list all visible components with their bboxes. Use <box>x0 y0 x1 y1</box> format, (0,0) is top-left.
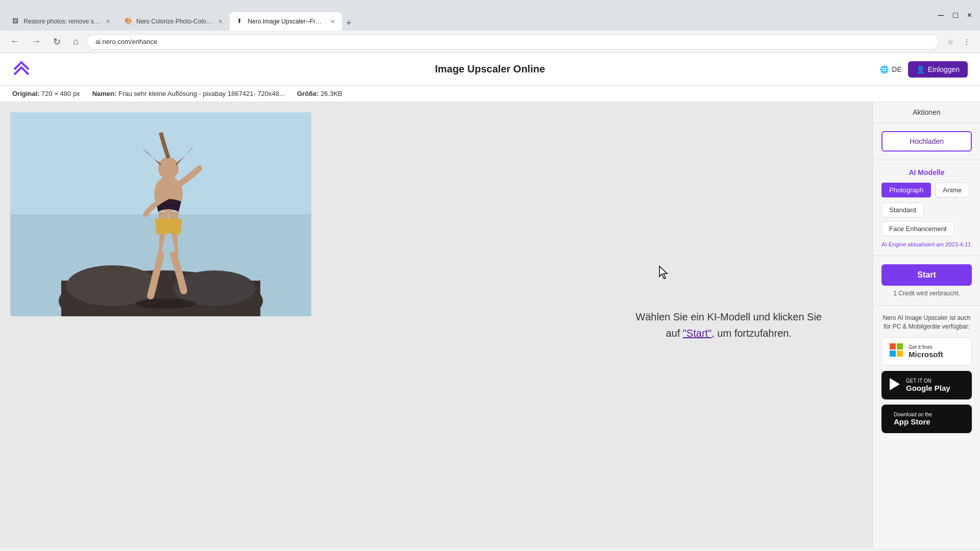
tab-1-close[interactable]: × <box>106 17 110 26</box>
login-label: Einloggen <box>928 65 960 73</box>
tab-3-favicon: ⬆ <box>237 17 243 26</box>
svg-rect-12 <box>897 350 903 357</box>
size-label: Größe: <box>297 90 319 97</box>
main-layout: Wählen Sie ein KI-Modell und klicken Sie… <box>0 102 980 548</box>
tab-1-favicon: 🖼 <box>12 17 19 26</box>
tab-3[interactable]: ⬆ Nero Image Upscaler--Free Pho... × <box>230 12 342 31</box>
person-icon: 👤 <box>916 65 925 73</box>
upload-button[interactable]: Hochladen <box>881 131 972 152</box>
google-play-inner: GET IT ON Google Play <box>881 373 972 397</box>
svg-rect-10 <box>897 343 903 349</box>
size-value: 26.3KB <box>321 90 342 97</box>
model-buttons-row2: Standard Face Enhancement <box>881 203 972 236</box>
microsoft-store-badge[interactable]: Get it from Microsoft <box>881 337 972 366</box>
tab-3-close[interactable]: × <box>331 17 335 26</box>
logo <box>12 60 31 79</box>
sidebar-header: Aktionen <box>873 102 980 123</box>
app-store-get-text: Download on the <box>894 412 932 417</box>
tab-2-label: Nero Colorize Photo-Colorize Yo... <box>136 18 212 25</box>
app-store-text-block: Download on the App Store <box>894 412 932 426</box>
globe-icon: 🌐 <box>880 65 889 73</box>
svg-point-7 <box>158 157 179 180</box>
microsoft-store-text: Get it from Microsoft <box>909 344 943 359</box>
browser-chrome: 🖼 Restore photos: remove scrat... × 🎨 Ne… <box>0 0 980 31</box>
google-play-icon <box>889 377 901 393</box>
original-label: Original: <box>12 90 39 97</box>
content-area: Wählen Sie ein KI-Modell und klicken Sie… <box>0 102 873 548</box>
svg-marker-13 <box>890 378 900 390</box>
forward-button[interactable]: → <box>28 34 45 49</box>
tab-1-label: Restore photos: remove scrat... <box>23 18 100 25</box>
address-bar[interactable] <box>87 34 939 49</box>
instruction-line-2: auf "Start", um fortzufahren. <box>666 328 792 339</box>
login-button[interactable]: 👤 Einloggen <box>908 61 968 78</box>
app-store-name: App Store <box>894 417 932 426</box>
original-info: Original: 720 × 480 px <box>12 90 80 97</box>
app-header: Image Upscaler Online 🌐 DE 👤 Einloggen <box>0 53 980 86</box>
store-section-text: Nero AI Image Upscaler ist auch für PC &… <box>881 314 972 331</box>
model-photograph-button[interactable]: Photograph <box>881 183 931 197</box>
maximize-button[interactable]: □ <box>950 10 961 21</box>
instruction-link[interactable]: "Start" <box>683 328 712 339</box>
language-button[interactable]: 🌐 DE <box>880 65 901 73</box>
google-play-badge[interactable]: GET IT ON Google Play <box>881 371 972 399</box>
tab-2-close[interactable]: × <box>218 17 223 26</box>
google-play-store-name: Google Play <box>906 384 950 392</box>
uploaded-image <box>10 112 311 316</box>
name-info: Namen: Frau sehr kleine Auflösung - pixa… <box>92 90 285 97</box>
sidebar: Aktionen Hochladen AI Modelle Photograph… <box>873 102 980 548</box>
ai-models-title: AI Modelle <box>881 168 972 177</box>
microsoft-icon <box>889 343 903 360</box>
upload-section: Hochladen <box>873 123 980 160</box>
size-info: Größe: 26.3KB <box>297 90 342 97</box>
toolbar-icons: ☆ ⋮ <box>943 35 974 49</box>
photo-svg <box>10 112 311 316</box>
ai-models-section: AI Modelle Photograph Anime Standard Fac… <box>873 160 980 256</box>
reload-button[interactable]: ↻ <box>49 34 65 49</box>
minimize-button[interactable]: ─ <box>935 10 947 21</box>
tab-1[interactable]: 🖼 Restore photos: remove scrat... × <box>5 12 117 31</box>
lang-label: DE <box>892 65 901 73</box>
microsoft-store-inner: Get it from Microsoft <box>882 339 971 364</box>
instruction-line-1: Wählen Sie ein KI-Modell und klicken Sie <box>635 311 822 322</box>
model-face-enhancement-button[interactable]: Face Enhancement <box>881 221 954 236</box>
name-label: Namen: <box>92 90 117 97</box>
svg-point-8 <box>135 298 197 309</box>
svg-rect-11 <box>890 350 896 357</box>
info-bar: Original: 720 × 480 px Namen: Frau sehr … <box>0 86 980 102</box>
model-anime-button[interactable]: Anime <box>935 183 969 197</box>
model-buttons: Photograph Anime <box>881 183 972 197</box>
tab-2-favicon: 🎨 <box>125 17 132 26</box>
aktionen-label: Aktionen <box>913 108 940 116</box>
engine-text: AI-Engine aktualisiert am 2023-4-11 <box>881 241 972 247</box>
svg-rect-9 <box>890 343 896 349</box>
home-button[interactable]: ⌂ <box>69 34 83 49</box>
microsoft-get-text: Get it from <box>909 344 943 350</box>
app-store-badge[interactable]: Download on the App Store <box>881 405 972 433</box>
model-standard-button[interactable]: Standard <box>881 203 924 217</box>
original-value: 720 × 480 px <box>41 90 80 97</box>
instruction-prefix: auf <box>666 328 682 339</box>
instruction-text: Wählen Sie ein KI-Modell und klicken Sie… <box>635 309 822 341</box>
instruction-suffix: , um fortzufahren. <box>712 328 792 339</box>
tab-3-label: Nero Image Upscaler--Free Pho... <box>248 18 324 25</box>
start-button[interactable]: Start <box>881 264 972 286</box>
tab-2[interactable]: 🎨 Nero Colorize Photo-Colorize Yo... × <box>117 12 230 31</box>
new-tab-button[interactable]: + <box>342 16 356 31</box>
back-button[interactable]: ← <box>6 34 23 49</box>
google-play-get-text: GET IT ON <box>906 378 950 384</box>
microsoft-store-name: Microsoft <box>909 350 943 359</box>
name-value: Frau sehr kleine Auflösung - pixabay 186… <box>118 90 285 97</box>
browser-tabs: 🖼 Restore photos: remove scrat... × 🎨 Ne… <box>5 0 356 31</box>
nero-logo-icon <box>12 60 31 79</box>
close-window-button[interactable]: × <box>964 10 975 21</box>
app-store-inner: Download on the App Store <box>881 408 972 430</box>
credit-text: 1 Credit wird verbraucht. <box>881 290 972 297</box>
app-title: Image Upscaler Online <box>435 63 545 75</box>
bookmark-icon[interactable]: ☆ <box>943 35 958 49</box>
browser-controls: ← → ↻ ⌂ ☆ ⋮ <box>0 31 980 53</box>
store-section: Nero AI Image Upscaler ist auch für PC &… <box>873 306 980 446</box>
settings-icon[interactable]: ⋮ <box>960 35 974 49</box>
credit-label: 1 Credit wird verbraucht. <box>893 290 960 297</box>
header-right: 🌐 DE 👤 Einloggen <box>880 61 968 78</box>
